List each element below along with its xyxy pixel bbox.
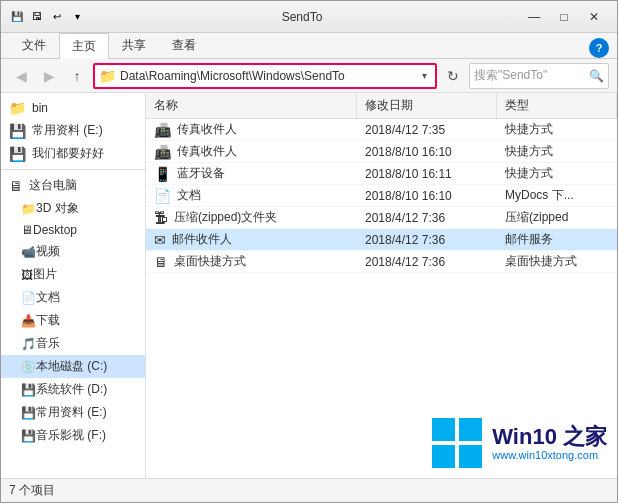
sidebar-item-label: 音乐 [36,335,60,352]
pictures-icon: 🖼 [21,268,33,282]
table-row[interactable]: ✉ 邮件收件人 2018/4/12 7:36 邮件服务 [146,229,617,251]
address-text: Data\Roaming\Microsoft\Windows\SendTo [120,69,418,83]
svg-rect-0 [432,418,455,441]
drive-f-icon: 💾 [21,429,36,443]
file-icon: 🗜 [154,210,168,226]
table-row[interactable]: 🖥 桌面快捷方式 2018/4/12 7:36 桌面快捷方式 [146,251,617,273]
file-icon: ✉ [154,232,166,248]
back-button[interactable]: ◀ [9,64,33,88]
table-row[interactable]: 📄 文档 2018/8/10 16:10 MyDocs 下... [146,185,617,207]
title-bar-icons: 💾 🖫 ↩ ▾ [9,9,85,25]
tab-home[interactable]: 主页 [59,33,109,59]
file-icon: 📠 [154,144,171,160]
sidebar-item-video[interactable]: 📹 视频 [1,240,145,263]
sidebar-item-3d[interactable]: 📁 3D 对象 [1,197,145,220]
sidebar-item-f-drive[interactable]: 💾 音乐影视 (F:) [1,424,145,447]
close-button[interactable]: ✕ [579,7,609,27]
file-name-text: 压缩(zipped)文件夹 [174,209,277,226]
file-name-text: 邮件收件人 [172,231,232,248]
drive-d-icon: 💾 [21,383,36,397]
folder-icon: 📁 [21,202,36,216]
file-icon: 📱 [154,166,171,182]
sidebar-item-label: bin [32,101,48,115]
minimize-button[interactable]: — [519,7,549,27]
quick-undo-icon[interactable]: ↩ [49,9,65,25]
maximize-button[interactable]: □ [549,7,579,27]
table-row[interactable]: 🗜 压缩(zipped)文件夹 2018/4/12 7:36 压缩(zipped [146,207,617,229]
file-type: MyDocs 下... [497,187,617,204]
sidebar-item-music[interactable]: 🎵 音乐 [1,332,145,355]
sidebar-item-label: 本地磁盘 (C:) [36,358,107,375]
sidebar-item-desktop[interactable]: 🖥 Desktop [1,220,145,240]
folder-icon: 📁 [99,68,116,84]
file-name-text: 传真收件人 [177,121,237,138]
quick-dropdown-icon[interactable]: ▾ [69,9,85,25]
sidebar-item-wm[interactable]: 💾 我们都要好好 [1,142,145,165]
sidebar-item-label: 下载 [36,312,60,329]
address-input[interactable]: 📁 Data\Roaming\Microsoft\Windows\SendTo … [93,63,437,89]
computer-icon: 🖥 [9,178,23,194]
up-button[interactable]: ↑ [65,64,89,88]
window: 💾 🖫 ↩ ▾ SendTo — □ ✕ 文件 主页 共享 查看 ? ◀ ▶ ↑… [0,0,618,503]
address-dropdown-icon[interactable]: ▾ [418,70,431,81]
column-name[interactable]: 名称 [146,93,357,118]
file-date: 2018/4/12 7:36 [357,255,497,269]
quick-save-icon[interactable]: 🖫 [29,9,45,25]
table-row[interactable]: 📠 传真收件人 2018/4/12 7:35 快捷方式 [146,119,617,141]
file-date: 2018/8/10 16:10 [357,189,497,203]
file-date: 2018/8/10 16:11 [357,167,497,181]
sidebar-item-downloads[interactable]: 📥 下载 [1,309,145,332]
column-type[interactable]: 类型 [497,93,617,118]
column-date[interactable]: 修改日期 [357,93,497,118]
drive-c-icon: 💿 [21,360,36,374]
music-icon: 🎵 [21,337,36,351]
file-name: 📠 传真收件人 [146,121,357,138]
sidebar-item-label: 音乐影视 (F:) [36,427,106,444]
forward-button[interactable]: ▶ [37,64,61,88]
title-controls: — □ ✕ [519,7,609,27]
sidebar-item-label: 文档 [36,289,60,306]
table-row[interactable]: 📠 传真收件人 2018/8/10 16:10 快捷方式 [146,141,617,163]
sidebar-item-label: 我们都要好好 [32,145,104,162]
documents-icon: 📄 [21,291,36,305]
tab-view[interactable]: 查看 [159,32,209,58]
info-button[interactable]: ? [589,38,609,58]
watermark-url: www.win10xtong.com [492,449,607,461]
file-name-text: 传真收件人 [177,143,237,160]
search-box[interactable]: 搜索"SendTo" 🔍 [469,63,609,89]
file-date: 2018/4/12 7:35 [357,123,497,137]
sidebar-item-bin[interactable]: 📁 bin [1,97,145,119]
file-name: ✉ 邮件收件人 [146,231,357,248]
refresh-button[interactable]: ↻ [441,64,465,88]
main-content: 📁 bin 💾 常用资料 (E:) 💾 我们都要好好 🖥 这台电脑 📁 3D 对… [1,93,617,478]
watermark-text-group: Win10 之家 www.win10xtong.com [492,425,607,461]
search-placeholder: 搜索"SendTo" [474,67,589,84]
file-name: 📠 传真收件人 [146,143,357,160]
sidebar-item-label: 图片 [33,266,57,283]
status-bar: 7 个项目 [1,478,617,502]
sidebar-item-e-drive[interactable]: 💾 常用资料 (E:) [1,401,145,424]
search-icon[interactable]: 🔍 [589,69,604,83]
file-list-header: 名称 修改日期 类型 [146,93,617,119]
tab-file[interactable]: 文件 [9,32,59,58]
sidebar-item-this-pc[interactable]: 🖥 这台电脑 [1,174,145,197]
file-name: 🗜 压缩(zipped)文件夹 [146,209,357,226]
sidebar-item-documents[interactable]: 📄 文档 [1,286,145,309]
sidebar-item-label: 常用资料 (E:) [36,404,107,421]
sidebar-item-e-common[interactable]: 💾 常用资料 (E:) [1,119,145,142]
sidebar-item-c-drive[interactable]: 💿 本地磁盘 (C:) [1,355,145,378]
win10-logo [432,418,482,468]
file-rows: 📠 传真收件人 2018/4/12 7:35 快捷方式 📠 传真收件人 2018… [146,119,617,299]
svg-rect-3 [459,445,482,468]
file-type: 邮件服务 [497,231,617,248]
file-type: 压缩(zipped [497,209,617,226]
window-icon: 💾 [9,9,25,25]
sidebar-item-label: 视频 [36,243,60,260]
tab-share[interactable]: 共享 [109,32,159,58]
sidebar-item-label: 常用资料 (E:) [32,122,103,139]
sidebar-item-pictures[interactable]: 🖼 图片 [1,263,145,286]
video-icon: 📹 [21,245,36,259]
desktop-icon: 🖥 [21,223,33,237]
sidebar-item-d-drive[interactable]: 💾 系统软件 (D:) [1,378,145,401]
table-row[interactable]: 📱 蓝牙设备 2018/8/10 16:11 快捷方式 [146,163,617,185]
